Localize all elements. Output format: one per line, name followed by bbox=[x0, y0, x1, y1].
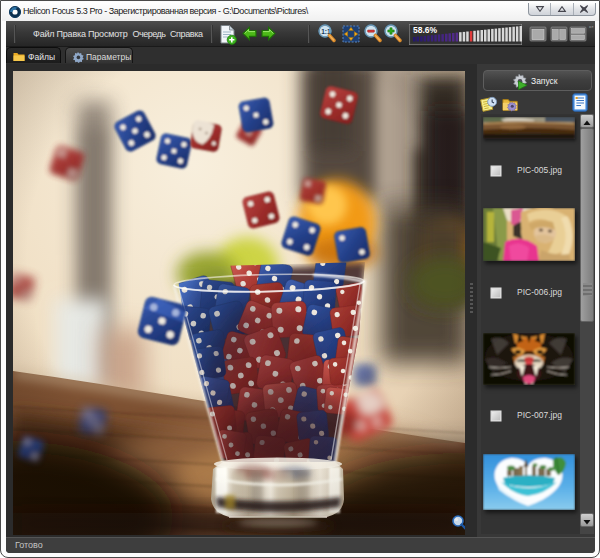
svg-text:1:1: 1:1 bbox=[321, 28, 331, 35]
svg-text:58.6%: 58.6% bbox=[413, 25, 438, 35]
